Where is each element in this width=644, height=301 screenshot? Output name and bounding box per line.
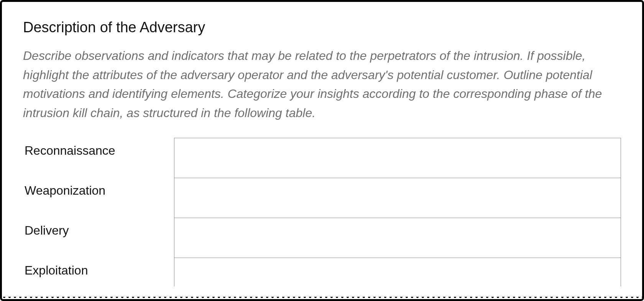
section-instructions: Describe observations and indicators tha… xyxy=(23,46,621,122)
phase-input-reconnaissance[interactable] xyxy=(174,138,621,178)
phase-label-reconnaissance: Reconnaissance xyxy=(23,138,174,178)
table-row: Delivery xyxy=(23,218,621,258)
kill-chain-table: Reconnaissance Weaponization Delivery Ex… xyxy=(23,138,621,286)
document-content: Description of the Adversary Describe ob… xyxy=(2,2,642,286)
phase-input-delivery[interactable] xyxy=(174,218,621,258)
phase-label-delivery: Delivery xyxy=(23,218,174,258)
phase-input-weaponization[interactable] xyxy=(174,178,621,218)
phase-label-weaponization: Weaponization xyxy=(23,178,174,218)
phase-label-exploitation: Exploitation xyxy=(23,258,174,286)
section-title: Description of the Adversary xyxy=(23,19,621,36)
table-row: Exploitation xyxy=(23,258,621,286)
document-page: Description of the Adversary Describe ob… xyxy=(0,0,644,301)
table-row: Weaponization xyxy=(23,178,621,218)
table-row: Reconnaissance xyxy=(23,138,621,178)
phase-input-exploitation[interactable] xyxy=(174,258,621,286)
